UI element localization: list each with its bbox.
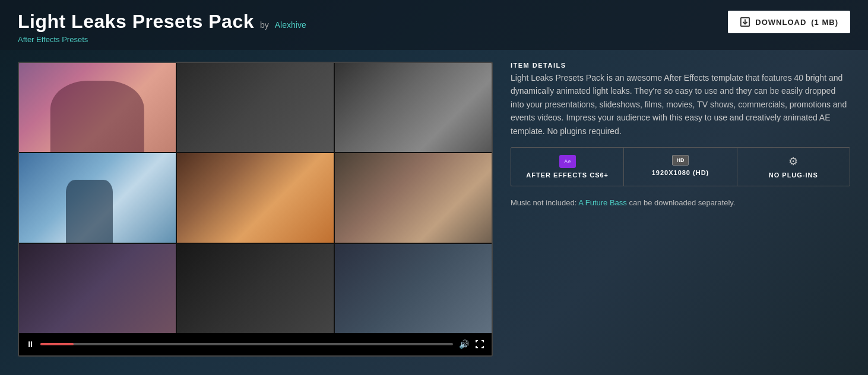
breadcrumb-link[interactable]: After Effects Presets	[18, 35, 306, 44]
header-left: Light Leaks Presets Pack by Alexhive Aft…	[18, 11, 306, 44]
video-controls: ⏸ 🔊	[19, 333, 492, 355]
title-row: Light Leaks Presets Pack by Alexhive	[18, 11, 306, 33]
author-link[interactable]: Alexhive	[275, 20, 306, 30]
music-link[interactable]: A Future Bass	[578, 198, 627, 207]
spec-label-ae: AFTER EFFECTS CS6+	[526, 171, 609, 179]
ae-icon: Ae	[559, 155, 576, 168]
preview-cell-8	[177, 244, 334, 333]
gear-icon: ⚙	[788, 155, 798, 168]
music-note-text: Music not included:	[511, 198, 576, 207]
preview-cell-2	[177, 63, 334, 152]
item-details-label: ITEM DETAILS	[511, 62, 850, 69]
spec-label-hd: 1920X1080 (HD)	[652, 169, 709, 176]
main-content: ⏸ 🔊 ITEM DETAILS Light Leaks Presets Pac…	[0, 50, 868, 368]
preview-cell-9	[335, 244, 492, 333]
preview-cell-1	[19, 63, 176, 152]
spec-box-plugins: ⚙ NO PLUG-INS	[737, 148, 850, 186]
spec-box-ae: Ae AFTER EFFECTS CS6+	[511, 148, 624, 186]
download-icon	[740, 17, 750, 27]
preview-cell-4	[19, 153, 176, 242]
preview-cell-6	[335, 153, 492, 242]
download-label: DOWNLOAD	[755, 18, 806, 27]
preview-grid	[19, 63, 492, 333]
page-header: Light Leaks Presets Pack by Alexhive Aft…	[0, 0, 868, 50]
preview-cell-5	[177, 153, 334, 242]
play-pause-button[interactable]: ⏸	[25, 338, 36, 350]
item-details-section: ITEM DETAILS Light Leaks Presets Pack is…	[511, 62, 850, 138]
spec-label-plugins: NO PLUG-INS	[769, 171, 818, 179]
download-button[interactable]: DOWNLOAD (1 MB)	[728, 11, 850, 33]
controls-right: 🔊	[458, 338, 486, 350]
fullscreen-button[interactable]	[474, 338, 486, 350]
preview-cell-7	[19, 244, 176, 333]
preview-cell-3	[335, 63, 492, 152]
item-description: Light Leaks Presets Pack is an awesome A…	[511, 71, 850, 138]
by-label: by	[260, 20, 269, 30]
music-note: Music not included: A Future Bass can be…	[511, 198, 850, 207]
progress-fill	[40, 343, 74, 345]
volume-icon: 🔊	[459, 339, 469, 349]
progress-bar[interactable]	[40, 343, 453, 345]
details-panel: ITEM DETAILS Light Leaks Presets Pack is…	[511, 62, 850, 357]
fullscreen-icon	[475, 339, 484, 349]
spec-box-hd: HD 1920X1080 (HD)	[624, 148, 737, 186]
video-panel: ⏸ 🔊	[18, 62, 493, 357]
page-title: Light Leaks Presets Pack	[18, 11, 254, 33]
volume-button[interactable]: 🔊	[458, 338, 470, 350]
hd-badge: HD	[672, 155, 689, 166]
music-suffix: can be downloaded separately.	[629, 198, 735, 207]
spec-boxes: Ae AFTER EFFECTS CS6+ HD 1920X1080 (HD) …	[511, 147, 850, 186]
play-pause-icon: ⏸	[26, 339, 34, 349]
download-size: (1 MB)	[811, 18, 838, 27]
